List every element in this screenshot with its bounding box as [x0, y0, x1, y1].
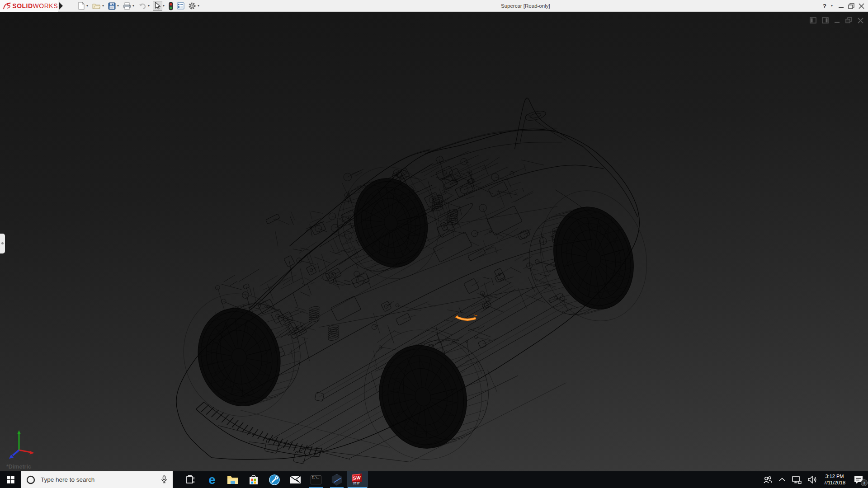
open-caret[interactable]: ▾ — [102, 1, 104, 11]
restore-document-icon[interactable] — [845, 17, 852, 23]
store-icon — [248, 474, 259, 485]
ethernet-icon — [792, 476, 802, 484]
speaker-icon — [808, 476, 817, 483]
clock[interactable]: 3:12 PM 7/11/2018 — [820, 471, 849, 488]
system-tray: 3:12 PM 7/11/2018 3 — [760, 471, 868, 488]
file-explorer-button[interactable] — [222, 471, 243, 488]
command-prompt-icon: C:\_ — [311, 475, 321, 484]
car-wireframe[interactable] — [0, 12, 868, 471]
support-tool-button[interactable] — [264, 471, 285, 488]
file-explorer-icon — [227, 475, 239, 484]
solidworks-wordmark: SOLIDWORKS — [12, 2, 58, 9]
document-window-controls — [810, 17, 863, 23]
restore-button[interactable] — [848, 3, 854, 9]
save-floppy-icon — [108, 2, 116, 10]
options-caret[interactable]: ▾ — [198, 1, 199, 11]
undo-icon — [138, 3, 146, 9]
save-caret[interactable]: ▾ — [117, 1, 119, 11]
file-properties-icon — [177, 2, 184, 9]
new-document-button[interactable] — [77, 1, 86, 11]
featuremanager-pane-icon[interactable] — [810, 17, 816, 23]
solidworks-swoosh-icon — [3, 0, 11, 11]
undo-caret[interactable]: ▾ — [148, 1, 150, 11]
main-toolbar: ▾ ▾ ▾ ▾ — [75, 0, 201, 12]
edge-icon: e — [208, 474, 215, 486]
hidden-icons-button[interactable] — [776, 471, 788, 488]
solidworks-app-icon: SW 2017 — [352, 474, 363, 486]
options-button[interactable] — [187, 1, 197, 11]
model-viewport[interactable]: *Dimetric — [0, 12, 868, 471]
new-document-icon — [78, 2, 85, 10]
save-button[interactable] — [107, 1, 117, 11]
solidworks-logo: SOLIDWORKS — [0, 0, 58, 12]
new-caret[interactable]: ▾ — [86, 1, 88, 11]
print-icon — [123, 2, 131, 10]
close-button[interactable] — [859, 3, 864, 9]
windows-logo-icon — [7, 476, 14, 483]
triad-y-axis — [17, 430, 21, 434]
cortana-icon — [26, 475, 35, 484]
select-tool-button[interactable] — [153, 1, 162, 11]
close-document-icon[interactable] — [858, 18, 863, 23]
open-button[interactable] — [91, 1, 102, 11]
open-folder-icon — [92, 2, 101, 9]
command-prompt-button[interactable]: C:\_ — [306, 471, 326, 488]
toolbar-expand-arrow[interactable] — [59, 2, 63, 9]
view-orientation-label: *Dimetric — [6, 464, 31, 470]
people-icon — [763, 476, 773, 484]
help-caret[interactable]: ▾ — [831, 1, 833, 11]
windows-taskbar: e — [0, 471, 868, 488]
cad-tool-button[interactable] — [326, 471, 347, 488]
store-button[interactable] — [243, 471, 264, 488]
notification-badge: 3 — [861, 479, 868, 486]
mail-icon — [289, 475, 301, 484]
featuremanager-collapsed-tab[interactable] — [0, 234, 5, 253]
search-input[interactable] — [40, 476, 156, 483]
microphone-icon[interactable] — [161, 475, 167, 484]
chevron-up-icon — [779, 478, 785, 482]
rebuild-button[interactable] — [168, 1, 174, 11]
gear-icon — [188, 2, 196, 10]
print-caret[interactable]: ▾ — [132, 1, 134, 11]
window-title: Supercar [Read-only] — [501, 0, 550, 12]
select-caret[interactable]: ▾ — [163, 1, 165, 11]
action-center-button[interactable]: 3 — [849, 471, 868, 488]
reference-triad — [5, 427, 41, 465]
mail-button[interactable] — [285, 471, 306, 488]
minimize-document-icon[interactable] — [834, 18, 840, 23]
task-view-button[interactable] — [181, 471, 202, 488]
triad-x-axis — [30, 451, 35, 455]
select-cursor-icon — [154, 2, 161, 10]
window-controls: ? ▾ — [823, 0, 864, 12]
taskbar-pinned-apps: e — [181, 471, 368, 488]
help-button[interactable]: ? — [823, 3, 826, 9]
tray-time: 3:12 PM — [824, 474, 845, 480]
solidworks-taskbar-button[interactable]: SW 2017 — [347, 471, 368, 488]
hexagon-app-icon — [331, 474, 343, 486]
stoplight-icon — [169, 2, 173, 10]
app-titlebar: SOLIDWORKS ▾ ▾ ▾ — [0, 0, 868, 12]
tray-date: 7/11/2018 — [824, 480, 845, 486]
volume-button[interactable] — [805, 471, 820, 488]
undo-button[interactable] — [137, 1, 147, 11]
task-view-icon — [186, 475, 196, 484]
start-button[interactable] — [0, 471, 21, 488]
file-properties-button[interactable] — [176, 1, 185, 11]
people-button[interactable] — [760, 471, 776, 488]
print-button[interactable] — [122, 1, 132, 11]
second-pane-icon[interactable] — [822, 17, 829, 23]
minimize-button[interactable] — [838, 3, 844, 9]
network-button[interactable] — [788, 471, 805, 488]
tab-dot-icon — [1, 242, 4, 244]
taskbar-search[interactable] — [21, 471, 173, 488]
edge-button[interactable]: e — [202, 471, 222, 488]
wrench-circle-icon — [269, 474, 280, 486]
